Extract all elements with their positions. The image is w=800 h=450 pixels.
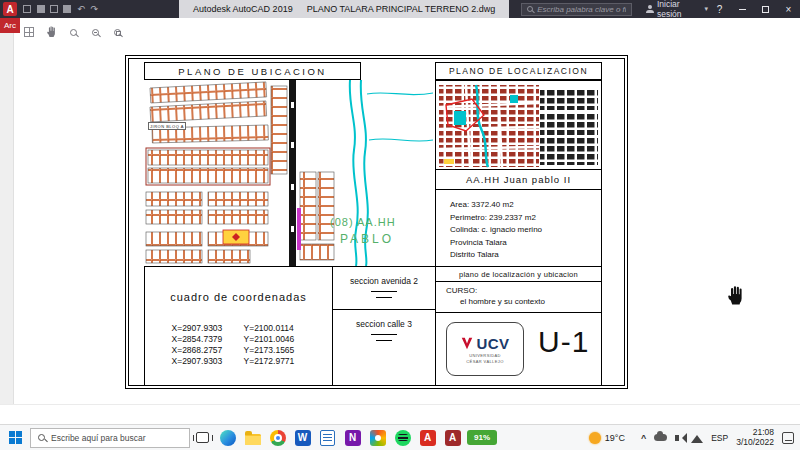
word-app[interactable]: W [290, 425, 315, 450]
course-label: CURSO: [446, 286, 601, 295]
coord-row: X=2854.7379Y=2101.0046 [145, 334, 332, 345]
pan-hand-icon[interactable] [44, 25, 58, 39]
acrobat-app[interactable]: A [415, 425, 440, 450]
windows-taskbar: W N A A 91% 19°C ^ ESP 21:08 3/10/2022 [0, 424, 800, 450]
taskbar-search-input[interactable] [51, 433, 182, 443]
acrobat-icon: A [420, 430, 436, 446]
coord-y: Y=2173.1565 [244, 345, 306, 356]
sun-icon [589, 432, 601, 444]
zoom-window-icon[interactable] [110, 25, 124, 39]
help-icon[interactable]: ? [708, 0, 731, 18]
sections-box: seccion avenida 2 seccion calle 3 [332, 266, 436, 386]
localizacion-map [435, 80, 602, 170]
new-file-icon[interactable] [20, 2, 33, 16]
coord-x: X=2854.7379 [172, 334, 234, 345]
screen: A ↶ ↷ Autodesk AutoCAD 2019 PLANO TALARA… [0, 0, 800, 450]
photos-icon [370, 430, 386, 446]
clock[interactable]: 21:08 3/10/2022 [736, 428, 774, 447]
folder-icon [245, 434, 261, 445]
document-app[interactable] [315, 425, 340, 450]
autocad-icon: A [445, 430, 461, 446]
coord-y: Y=2172.9771 [244, 356, 306, 367]
section-line-symbol [376, 297, 392, 298]
section-line-symbol [371, 291, 397, 292]
ucv-logo-mark-icon [460, 336, 474, 351]
ucv-caption-1: UNIVERSIDAD [469, 353, 501, 358]
section-line-symbol [376, 340, 392, 341]
chrome-app[interactable] [265, 425, 290, 450]
open-file-icon[interactable] [34, 2, 47, 16]
detail-colinda: Colinda: c. ignacio merino [450, 224, 601, 237]
course-value: el hombre y su contexto [446, 297, 601, 306]
titlebar-right: ? × [708, 0, 800, 18]
section-calle-label: seccion calle 3 [333, 319, 435, 329]
ucv-logo-text: UCV [476, 335, 509, 352]
document-tab[interactable]: Autodesk AutoCAD 2019 PLANO TALARA PRINC… [179, 0, 509, 18]
edge-app[interactable] [215, 425, 240, 450]
task-view-icon [196, 432, 209, 443]
tray-chevron-icon[interactable]: ^ [641, 433, 646, 443]
coord-x: X=2907.9303 [172, 356, 234, 367]
onedrive-icon[interactable] [654, 434, 667, 441]
language-indicator[interactable]: ESP [711, 433, 728, 443]
coordinates-box: cuadro de coordenadas X=2907.9303Y=2100.… [144, 266, 333, 386]
coord-x: X=2868.2757 [172, 345, 234, 356]
start-button[interactable] [0, 425, 30, 450]
zoom-icon[interactable] [66, 25, 80, 39]
logo-area: UCV UNIVERSIDAD CÉSAR VALLEJO U-1 [435, 312, 602, 386]
help-search-field[interactable] [521, 3, 632, 16]
windows-logo-icon [9, 431, 22, 444]
photos-app[interactable] [365, 425, 390, 450]
spotify-app[interactable] [390, 425, 415, 450]
plan-name-label: plano de localización y ubicacion [435, 266, 602, 282]
word-icon: W [295, 430, 311, 446]
save-icon[interactable] [47, 2, 60, 16]
sign-in-button[interactable]: Iniciar sesión ▾ [646, 0, 708, 19]
document-title: PLANO TALARA PRINCIPAL TERRENO 2.dwg [307, 4, 496, 14]
zoom-in-icon[interactable] [88, 25, 102, 39]
onenote-app[interactable]: N [340, 425, 365, 450]
autocad-app[interactable]: A [440, 425, 465, 450]
file-explorer-app[interactable] [240, 425, 265, 450]
hand-cursor [726, 286, 744, 310]
redo-icon[interactable]: ↷ [88, 2, 101, 16]
search-icon [527, 6, 533, 12]
file-menu-button[interactable]: Arc [0, 18, 20, 33]
maximize-button[interactable] [754, 0, 777, 18]
document-icon [320, 430, 335, 446]
notification-center-icon[interactable] [782, 432, 794, 444]
street-name-label: JIRON BLOQ A [148, 122, 186, 130]
details-box: Area: 3372.40 m2 Perimetro: 239.2337 m2 … [435, 189, 602, 267]
spotify-icon [395, 430, 411, 446]
date: 3/10/2022 [736, 438, 774, 448]
section-line-symbol [371, 334, 397, 335]
user-icon [646, 5, 653, 13]
print-icon[interactable] [61, 2, 74, 16]
minimize-button[interactable] [731, 0, 754, 18]
detail-area: Area: 3372.40 m2 [450, 199, 601, 212]
autocad-logo-icon[interactable]: A [3, 2, 17, 16]
canvas-divider [0, 404, 800, 405]
volume-icon[interactable] [675, 435, 679, 441]
weather-temp: 19°C [605, 433, 625, 443]
close-button[interactable]: × [777, 0, 800, 18]
aahh-title: AA.HH Juan pablo II [435, 169, 602, 190]
undo-icon[interactable]: ↶ [74, 2, 87, 16]
grid-icon[interactable] [22, 25, 36, 39]
ucv-logo: UCV UNIVERSIDAD CÉSAR VALLEJO [446, 322, 524, 376]
ubicacion-title: PLANO DE UBICACION [144, 62, 361, 80]
section-divider [333, 309, 435, 310]
battery-status-badge[interactable]: 91% [467, 430, 497, 445]
ucv-caption-2: CÉSAR VALLEJO [466, 359, 503, 364]
task-view-button[interactable] [190, 425, 215, 450]
sheet-code: U-1 [538, 325, 589, 359]
quick-toolbar [22, 25, 124, 39]
network-icon[interactable] [691, 429, 703, 443]
weather-widget[interactable]: 19°C [589, 432, 625, 444]
help-search-input[interactable] [537, 5, 626, 14]
taskbar-search-field[interactable] [30, 428, 190, 448]
coord-row: X=2907.9303Y=2100.0114 [145, 323, 332, 334]
coordinates-title: cuadro de coordenadas [145, 291, 332, 303]
map-text-pablo: PABLO [340, 232, 394, 246]
titlebar: A ↶ ↷ Autodesk AutoCAD 2019 PLANO TALARA… [0, 0, 800, 18]
